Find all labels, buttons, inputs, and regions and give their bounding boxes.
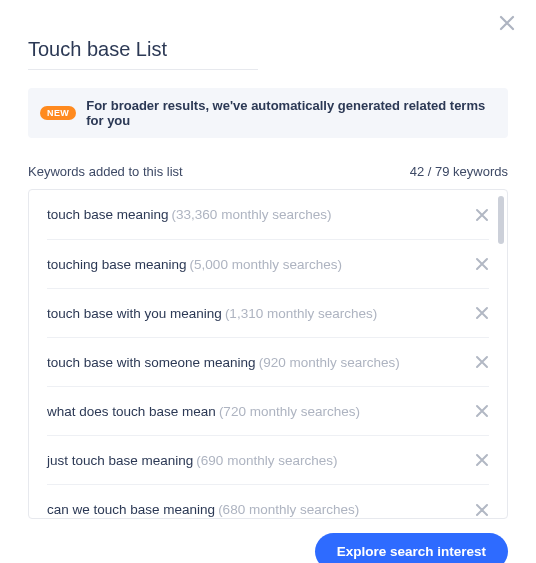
keyword-term: touch base with you meaning <box>47 306 222 321</box>
keyword-volume: (690 monthly searches) <box>196 453 337 468</box>
keyword-volume: (33,360 monthly searches) <box>172 207 332 222</box>
notice-banner: NEW For broader results, we've automatic… <box>28 88 508 138</box>
keyword-volume: (680 monthly searches) <box>218 502 359 517</box>
scrollbar-thumb[interactable] <box>498 196 504 244</box>
remove-keyword-icon[interactable] <box>475 355 489 369</box>
remove-keyword-icon[interactable] <box>475 306 489 320</box>
keyword-count: 42 / 79 keywords <box>410 164 508 179</box>
keyword-volume: (720 monthly searches) <box>219 404 360 419</box>
keyword-row: touch base meaning (33,360 monthly searc… <box>47 190 489 240</box>
keyword-term: touch base with someone meaning <box>47 355 256 370</box>
subheader-label: Keywords added to this list <box>28 164 183 179</box>
remove-keyword-icon[interactable] <box>475 453 489 467</box>
keyword-list: touch base meaning (33,360 monthly searc… <box>28 189 508 519</box>
keyword-row: touch base with someone meaning (920 mon… <box>47 338 489 387</box>
keyword-term: touch base meaning <box>47 207 169 222</box>
new-badge: NEW <box>40 106 76 120</box>
keyword-row: touching base meaning (5,000 monthly sea… <box>47 240 489 289</box>
remove-keyword-icon[interactable] <box>475 257 489 271</box>
keyword-volume: (1,310 monthly searches) <box>225 306 377 321</box>
keyword-term: just touch base meaning <box>47 453 193 468</box>
notice-text: For broader results, we've automatically… <box>86 98 496 128</box>
remove-keyword-icon[interactable] <box>475 503 489 517</box>
remove-keyword-icon[interactable] <box>475 404 489 418</box>
page-title: Touch base List <box>28 38 258 70</box>
keyword-term: touching base meaning <box>47 257 187 272</box>
close-icon[interactable] <box>498 14 516 32</box>
keyword-volume: (920 monthly searches) <box>259 355 400 370</box>
explore-search-interest-button[interactable]: Explore search interest <box>315 533 508 563</box>
keyword-row: touch base with you meaning (1,310 month… <box>47 289 489 338</box>
keyword-term: what does touch base mean <box>47 404 216 419</box>
remove-keyword-icon[interactable] <box>475 208 489 222</box>
keyword-volume: (5,000 monthly searches) <box>190 257 342 272</box>
keyword-list-modal: Touch base List NEW For broader results,… <box>0 0 536 563</box>
keyword-row: just touch base meaning (690 monthly sea… <box>47 436 489 485</box>
keyword-row: what does touch base mean (720 monthly s… <box>47 387 489 436</box>
list-subheader: Keywords added to this list 42 / 79 keyw… <box>28 164 508 179</box>
keyword-term: can we touch base meaning <box>47 502 215 517</box>
keyword-row: can we touch base meaning (680 monthly s… <box>47 485 489 519</box>
